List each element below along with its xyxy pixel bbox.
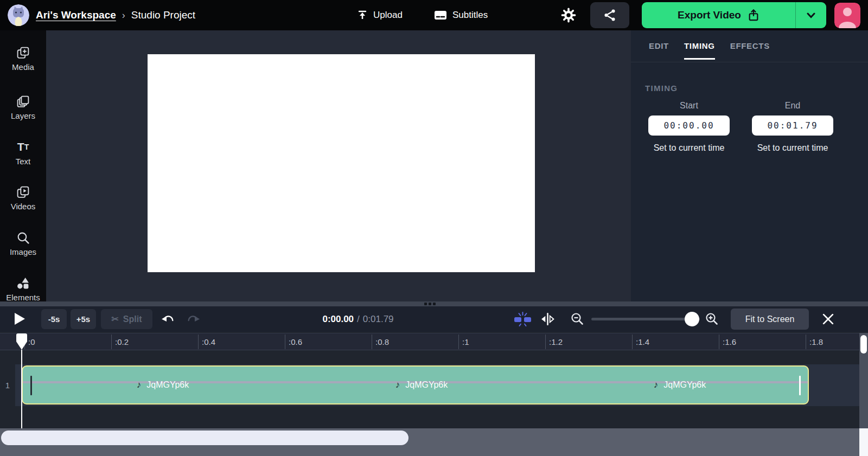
subtitles-button[interactable]: Subtitles <box>434 0 488 30</box>
tab-timing[interactable]: TIMING <box>684 41 715 60</box>
timeline-resize-handle[interactable] <box>0 301 868 306</box>
sidebar-item-images[interactable]: Images <box>0 230 46 256</box>
scissors-icon: ✂ <box>111 314 118 324</box>
start-time-group: Start Set to current time <box>648 101 730 153</box>
split-button[interactable]: ✂ Split <box>101 309 152 329</box>
drag-dots-icon <box>424 303 436 305</box>
tab-effects[interactable]: EFFECTS <box>730 41 770 60</box>
snap-toggle-button[interactable] <box>512 311 534 329</box>
breadcrumb-separator: › <box>122 10 125 21</box>
tabs-divider <box>631 62 868 62</box>
set-end-to-current-link[interactable]: Set to current time <box>757 143 828 153</box>
total-time: 0:01.79 <box>363 314 394 325</box>
horizontal-scrollbar-thumb[interactable] <box>1 431 409 445</box>
cat-avatar-icon <box>8 4 29 26</box>
export-video-main[interactable]: Export Video <box>642 2 795 28</box>
split-view-button[interactable] <box>541 313 554 327</box>
sidebar-item-elements[interactable]: Elements <box>0 276 46 302</box>
start-label: Start <box>680 101 698 111</box>
zoom-in-button[interactable] <box>705 312 719 328</box>
zoom-out-button[interactable] <box>570 312 584 328</box>
end-label: End <box>785 101 800 111</box>
end-time-input[interactable] <box>752 115 833 136</box>
fit-to-screen-button[interactable]: Fit to Screen <box>731 309 809 330</box>
top-bar: Ari's Workspace › Studio Project Upload … <box>0 0 868 30</box>
play-button[interactable] <box>15 313 25 325</box>
breadcrumb: Ari's Workspace › Studio Project <box>36 0 195 30</box>
undo-button[interactable] <box>161 313 174 326</box>
redo-button[interactable] <box>187 313 200 326</box>
vertical-scrollbar[interactable] <box>859 333 868 428</box>
jump-back-5s-button[interactable]: -5s <box>41 309 67 329</box>
start-time-input[interactable] <box>648 115 730 136</box>
share-button[interactable] <box>590 2 629 28</box>
ruler-tick: :1 <box>458 335 469 349</box>
left-sidebar: Media Layers TT Text <box>0 30 46 301</box>
sidebar-label: Elements <box>6 293 40 302</box>
chevron-down-icon <box>807 12 815 18</box>
upload-label: Upload <box>373 10 403 21</box>
layers-icon <box>16 94 30 108</box>
subtitles-label: Subtitles <box>452 10 488 21</box>
studio-app: Ari's Workspace › Studio Project Upload … <box>0 0 868 456</box>
timeline-ruler[interactable]: :0 :0.2 :0.4 :0.6 :0.8 :1 :1.2 :1.4 :1.6… <box>0 333 859 350</box>
ruler-tick: :1.2 <box>545 335 563 349</box>
slider-knob[interactable] <box>685 312 699 326</box>
upload-button[interactable]: Upload <box>357 0 403 30</box>
sidebar-item-layers[interactable]: Layers <box>0 94 46 120</box>
music-note-icon: ♪ <box>395 380 400 390</box>
sidebar-label: Videos <box>11 202 36 211</box>
clip-label: ♪ JqMGYp6k <box>137 380 189 390</box>
export-video-label: Export Video <box>678 9 741 21</box>
clip-label: ♪ JqMGYp6k <box>654 380 706 390</box>
timecode-display: 0:00.00 / 0:01.79 <box>304 306 412 332</box>
upload-icon <box>357 10 368 21</box>
timeline-toolbar: -5s +5s ✂ Split 0:00.00 / 0:01.79 <box>0 306 868 332</box>
subtitles-icon <box>434 10 447 21</box>
playhead[interactable] <box>16 333 28 352</box>
vertical-scrollbar-thumb[interactable] <box>860 335 867 354</box>
set-start-to-current-link[interactable]: Set to current time <box>654 143 725 153</box>
sidebar-item-media[interactable]: Media <box>0 46 46 72</box>
jump-forward-5s-button[interactable]: +5s <box>71 309 96 329</box>
track-number: 1 <box>0 364 15 406</box>
project-title[interactable]: Studio Project <box>131 9 195 21</box>
export-options-button[interactable] <box>796 2 826 28</box>
ruler-tick: :1.6 <box>719 335 736 349</box>
time-separator: / <box>357 314 360 325</box>
tab-edit[interactable]: EDIT <box>649 41 669 60</box>
export-icon <box>748 9 760 22</box>
slider-track[interactable] <box>591 318 700 320</box>
settings-button[interactable] <box>560 7 577 23</box>
sidebar-label: Media <box>12 62 34 72</box>
audio-clip[interactable]: ♪ JqMGYp6k ♪ JqMGYp6k ♪ JqMGYp6k <box>22 365 809 404</box>
workspace-link[interactable]: Ari's Workspace <box>36 9 116 21</box>
close-icon <box>821 312 835 326</box>
person-icon <box>834 3 860 28</box>
right-panel: EDIT TIMING EFFECTS TIMING Start Set to … <box>631 30 868 301</box>
shapes-icon <box>16 276 30 290</box>
playhead-line <box>21 350 22 428</box>
timeline-zoom-slider[interactable] <box>591 306 700 332</box>
ruler-tick: :1.4 <box>632 335 649 349</box>
ruler-tick: :0.6 <box>285 335 302 349</box>
close-timeline-button[interactable] <box>821 312 835 328</box>
media-icon <box>16 46 30 60</box>
sidebar-label: Images <box>10 247 36 256</box>
sidebar-item-videos[interactable]: Videos <box>0 185 46 211</box>
text-icon: TT <box>17 140 29 154</box>
timeline: :0 :0.2 :0.4 :0.6 :0.8 :1 :1.2 :1.4 :1.6… <box>0 332 868 456</box>
redo-icon <box>187 313 200 324</box>
zoom-in-icon <box>705 312 719 326</box>
workspace-avatar[interactable] <box>8 4 29 26</box>
export-video-button[interactable]: Export Video <box>642 2 826 28</box>
ruler-tick: :0.8 <box>372 335 389 349</box>
undo-icon <box>161 313 174 324</box>
sidebar-item-text[interactable]: TT Text <box>0 140 46 166</box>
horizontal-scrollbar[interactable] <box>0 428 859 456</box>
music-note-icon: ♪ <box>654 380 659 390</box>
snap-icon <box>512 311 534 326</box>
scrollbar-corner <box>859 428 868 456</box>
user-avatar[interactable] <box>834 3 860 28</box>
video-canvas[interactable] <box>148 54 535 272</box>
